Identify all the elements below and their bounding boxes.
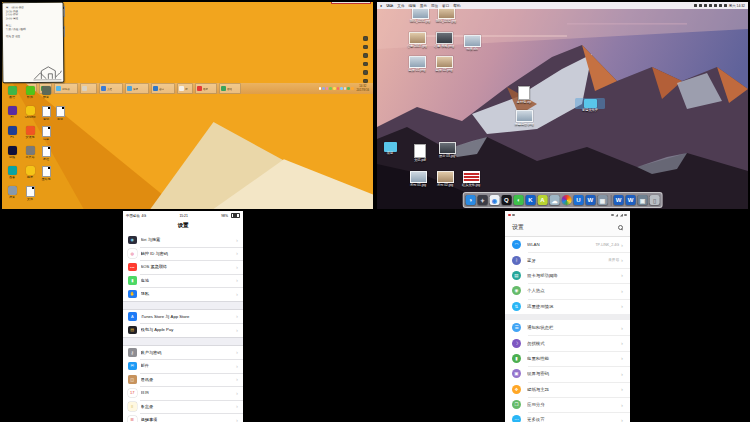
macos-dock[interactable]: ◑✦◉Q◖KA☁UW▦WW▣▯ [462,192,663,208]
tray-icon[interactable] [329,87,332,90]
mac-desktop-icon[interactable]: IMG_0232.jpg [431,7,461,23]
taskbar-app-button[interactable]: 播放 [195,83,217,94]
desktop-icon[interactable]: 文件 [22,186,38,205]
dock-icon-wechat[interactable]: ◖ [513,195,524,206]
tray-icon[interactable] [347,87,350,90]
menu-item[interactable]: 窗口 [442,4,449,8]
status-icon[interactable] [699,4,702,7]
mac-desktop-icon[interactable]: 新建文件夹 [575,98,605,113]
status-icon[interactable] [714,4,717,7]
menu-item[interactable]: 文件 [397,4,404,8]
desktop-icon[interactable]: 安装包 [22,126,38,143]
dock-icon-cloud[interactable]: ☁ [549,195,560,206]
widget-button[interactable] [363,79,368,84]
sticky-note-widget[interactable]: 周一 08:00 例会10:30 面谈14:00 评审16:00 周报 备注:牛… [2,2,64,83]
dock-icon-u-app[interactable]: U [573,195,584,206]
dock-icon-safari[interactable]: ◉ [489,195,500,206]
mac-desktop-icon[interactable]: 名单 表格.png [429,32,459,48]
settings-row-contacts[interactable]: ◫通讯录› [123,373,243,387]
tray-icon[interactable] [340,87,343,90]
menu-item[interactable]: 显示 [420,4,427,8]
mac-desktop-icon[interactable]: 文稿.pdf [405,144,435,162]
desktop-icon[interactable]: Pr [4,106,20,123]
dock-icon-launchpad[interactable]: ✦ [477,195,488,206]
dock-icon-finder[interactable]: ◑ [465,195,476,206]
taskbar-app-button[interactable] [80,83,97,94]
taskbar-app-button[interactable]: 浏览器 [54,83,78,94]
menu-item[interactable]: 访达 [386,4,393,8]
menu-item[interactable]: 前往 [431,4,438,8]
widget-button[interactable] [363,53,368,58]
widget-side-buttons[interactable] [363,36,368,87]
dock-icon-trash[interactable]: ▯ [649,195,660,206]
mac-desktop-icon[interactable]: 合影 2017.jpg [402,32,432,48]
settings-row[interactable]: ❐应用分身› [505,397,630,412]
settings-row[interactable]: ᛒ蓝牙未开启› [505,252,630,267]
widget-button[interactable] [363,45,368,50]
mac-desktop-icon[interactable]: 截屏 01.png [402,56,432,72]
widget-button[interactable] [363,62,368,67]
status-icon[interactable] [709,4,712,7]
tray-icon[interactable] [319,87,322,90]
settings-row[interactable]: ◠WLANTP-LINK_2.4G› [505,237,630,252]
desktop-icon[interactable]: 素材 [52,106,68,125]
settings-row-privacy[interactable]: ✋隐私› [123,287,243,301]
settings-row[interactable]: ⇅流量使用情况› [505,299,630,314]
dock-icon-app-store[interactable]: A [537,195,548,206]
settings-row-itunes-appstore[interactable]: AiTunes Store 与 App Store› [123,310,243,324]
settings-row-siri[interactable]: ◉Siri 与搜索› [123,233,243,247]
search-icon[interactable] [618,225,623,230]
settings-row[interactable]: ☰通知和状态栏› [505,320,630,335]
desktop-icon[interactable]: 配置 [38,86,54,103]
desktop-icon[interactable]: Chrome [22,106,38,123]
status-icon[interactable] [724,4,727,7]
mac-desktop-icon[interactable]: 项目 [377,142,405,156]
tray-icon[interactable] [326,87,329,90]
status-icon[interactable] [704,4,707,7]
dock-icon-word[interactable]: W [585,195,596,206]
dock-icon-word-2[interactable]: W [613,195,624,206]
tray-icon[interactable] [337,87,340,90]
desktop-icon[interactable]: 迅雷 [4,166,20,183]
taskbar-app-button[interactable]: 窗口 [151,83,175,94]
menubar-status-icons[interactable]: 周六 14:32 [694,4,745,8]
settings-row-sos[interactable]: SOSSOS 紧急联络› [123,260,243,274]
desktop-icon[interactable]: 游戏 [4,146,20,163]
settings-row-mail[interactable]: ✉邮件› [123,359,243,373]
settings-row[interactable]: ▤双卡与移动网络› [505,268,630,283]
mac-desktop-icon[interactable]: 照片 03.jpg [432,142,462,158]
macos-menubar[interactable]: ●访达文件编辑显示前往窗口帮助 周六 14:32 [377,2,748,9]
desktop-icon[interactable]: 工具箱 [22,146,38,163]
widget-button[interactable] [363,70,368,75]
tray-icon[interactable] [351,87,354,90]
settings-row-calendar[interactable]: 17日历› [123,386,243,400]
dock-icon-word-3[interactable]: W [625,195,636,206]
dock-icon-photos[interactable] [561,195,572,206]
desktop-icon[interactable]: 设置 [4,186,20,203]
tray-icon[interactable] [344,87,347,90]
settings-row[interactable]: ◉个人热点› [505,283,630,298]
settings-row-accounts-passwords[interactable]: ⚷账户与密码› [123,346,243,360]
dock-icon-preview[interactable]: ▣ [637,195,648,206]
tray-icon[interactable] [333,87,336,90]
settings-row[interactable]: ⋯更多设置› [505,412,630,422]
menu-item[interactable]: 帮助 [453,4,460,8]
settings-row-wallet[interactable]: ▤钱包与 Apple Pay› [123,323,243,337]
settings-row[interactable]: ☽勿扰模式› [505,335,630,350]
mac-desktop-icon[interactable]: 红头文件.jpg [456,171,486,187]
tray-icons[interactable] [319,87,354,90]
dock-icon-qq[interactable]: Q [501,195,512,206]
apple-menu[interactable]: ● [380,4,382,8]
taskbar-app-button[interactable]: 文档 [99,83,123,94]
menu-item[interactable]: 编辑 [409,4,416,8]
windows-taskbar[interactable]: ⊞ 浏览器文档资源窗口记播放微信 14:32 2017/9/16 [2,83,373,94]
taskbar-app-button[interactable]: 记 [177,83,193,94]
desktop-icon[interactable]: 提示 [22,166,38,183]
desktop-icon[interactable]: Ps [4,126,20,143]
menubar-clock[interactable]: 周六 14:32 [729,4,745,8]
mac-desktop-icon[interactable]: 报表.xls [457,35,487,51]
settings-row[interactable]: ▣锁屏与密码› [505,366,630,381]
desktop-icon[interactable]: 清单 [38,126,54,145]
desktop-icon[interactable]: 压缩包 [38,166,54,185]
mac-desktop-icon[interactable]: 屏幕截图.png [509,110,539,126]
